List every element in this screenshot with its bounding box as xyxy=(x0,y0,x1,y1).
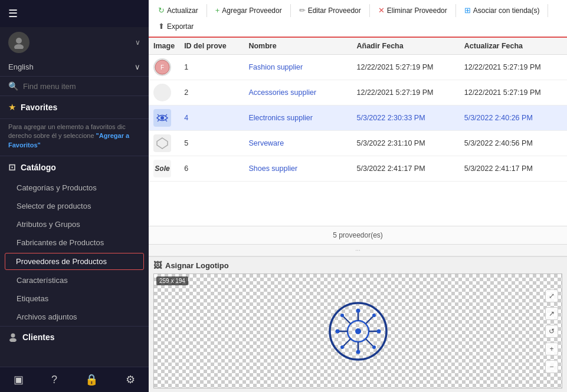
supplier-image xyxy=(149,131,179,156)
search-input[interactable] xyxy=(23,82,140,91)
col-extra xyxy=(340,156,352,182)
settings-icon[interactable]: ⚙ xyxy=(126,373,135,386)
svg-text:F: F xyxy=(160,64,164,71)
sidebar-item-tags[interactable]: Etiquetas xyxy=(0,289,149,308)
logo-canvas[interactable]: 259 x 194 xyxy=(153,274,562,388)
fullscreen-button[interactable]: ⤢ xyxy=(545,289,558,302)
supplier-count: 5 proveedor(es) xyxy=(333,231,383,239)
col-update-date[interactable]: Actualizar Fecha xyxy=(460,38,567,55)
catalog-section: ⊡ Catálogo Categorías y Productos Select… xyxy=(0,156,149,367)
svg-point-26 xyxy=(372,314,376,317)
catalog-label: Catálogo xyxy=(21,163,56,172)
sidebar: ☰ ∨ English ∨ 🔍 ★ Favorites Para agregar… xyxy=(0,0,149,392)
col-id[interactable]: ID del prove xyxy=(179,38,244,55)
edit-supplier-button[interactable]: ✏ Editar Proveedor xyxy=(294,4,366,17)
svg-point-24 xyxy=(340,314,344,317)
table-row[interactable]: 2 Accessories supplier 12/22/2021 5:27:1… xyxy=(149,80,567,106)
supplier-id: 5 xyxy=(179,131,244,156)
svg-point-28 xyxy=(340,345,344,349)
svg-point-30 xyxy=(372,345,376,349)
sidebar-footer: ▣ ? 🔒 ⚙ xyxy=(0,367,149,392)
supplier-name[interactable]: Fashion supplier xyxy=(244,55,340,80)
svg-point-2 xyxy=(11,334,15,338)
sidebar-item-attachments[interactable]: Archivos adjuntos xyxy=(0,308,149,326)
delete-supplier-label: Eliminar Proveedor xyxy=(387,6,447,15)
table-empty-space xyxy=(149,182,567,226)
svg-point-20 xyxy=(335,329,339,333)
history-icon[interactable]: ▣ xyxy=(14,373,24,386)
refresh-button[interactable]: ↻ Actualizar xyxy=(153,4,203,17)
table-row[interactable]: 4 Electronics supplier 5/3/2022 2:30:33 … xyxy=(149,106,567,131)
delete-supplier-button[interactable]: ✕ Eliminar Proveedor xyxy=(373,4,452,17)
clients-label: Clientes xyxy=(22,332,54,342)
supplier-name[interactable]: Shoes supplier xyxy=(244,156,340,182)
supplier-add-date: 5/3/2022 2:41:17 PM xyxy=(352,156,460,182)
sidebar-item-manufacturers[interactable]: Fabricantes de Productos xyxy=(0,233,149,252)
svg-line-10 xyxy=(165,120,167,121)
delete-icon: ✕ xyxy=(378,6,385,15)
supplier-add-date: 5/3/2022 2:31:10 PM xyxy=(352,131,460,156)
favorites-label: Favorites xyxy=(21,103,57,112)
image-icon: 🖼 xyxy=(153,261,162,270)
sidebar-item-categories[interactable]: Categorías y Productos xyxy=(0,179,149,197)
supplier-update-date: 5/3/2022 2:40:56 PM xyxy=(460,131,567,156)
lock-icon[interactable]: 🔒 xyxy=(85,373,98,386)
toolbar-sep-2 xyxy=(290,4,291,17)
zoom-in-button[interactable]: + xyxy=(545,342,558,355)
export-button[interactable]: ⬆ Exportar xyxy=(153,19,198,33)
table-row[interactable]: Sole 6 Shoes supplier 5/3/2022 2:41:17 P… xyxy=(149,156,567,182)
associate-store-label: Asociar con tienda(s) xyxy=(473,6,540,15)
external-link-button[interactable]: ↗ xyxy=(545,307,558,320)
supplier-name[interactable]: Electronics supplier xyxy=(244,106,340,131)
col-image: Image xyxy=(149,38,179,55)
supplier-id: 6 xyxy=(179,156,244,182)
svg-point-0 xyxy=(16,38,22,44)
add-supplier-button[interactable]: + Agregar Proveedor xyxy=(211,4,287,17)
sidebar-item-suppliers[interactable]: Proveedores de Productos xyxy=(5,253,144,270)
svg-line-7 xyxy=(158,114,159,116)
zoom-out-button[interactable]: − xyxy=(545,360,558,373)
supplier-update-date: 12/22/2021 5:27:19 PM xyxy=(460,55,567,80)
user-chevron-icon: ∨ xyxy=(135,38,140,47)
logo-section: 🖼 Asignar Logotipo 259 x 194 xyxy=(149,256,567,392)
logo-size-badge: 259 x 194 xyxy=(156,276,188,285)
svg-line-27 xyxy=(343,339,350,346)
svg-point-3 xyxy=(9,338,17,342)
supplier-name[interactable]: Accessories supplier xyxy=(244,80,340,106)
col-add-date[interactable]: Añadir Fecha xyxy=(352,38,460,55)
toolbar-sep-4 xyxy=(455,4,456,17)
supplier-image xyxy=(149,80,179,106)
help-icon[interactable]: ? xyxy=(51,374,57,386)
hamburger-icon[interactable]: ☰ xyxy=(8,7,18,20)
associate-icon: ⊞ xyxy=(464,6,471,15)
clients-row[interactable]: Clientes xyxy=(0,326,149,348)
supplier-update-date: 12/22/2021 5:27:19 PM xyxy=(460,80,567,106)
add-supplier-label: Agregar Proveedor xyxy=(222,6,281,15)
sidebar-item-attributes[interactable]: Atributos y Grupos xyxy=(0,215,149,233)
supplier-update-date: 5/3/2022 2:40:26 PM xyxy=(460,106,567,131)
toolbar-sep-5 xyxy=(548,4,548,17)
supplier-name[interactable]: Serveware xyxy=(244,131,340,156)
avatar xyxy=(8,32,30,53)
table-row[interactable]: F 1 Fashion supplier 12/22/2021 5:27:19 … xyxy=(149,55,567,80)
supplier-image: F xyxy=(149,55,179,80)
refresh-icon: ↻ xyxy=(158,6,165,15)
table-row[interactable]: 5 Serveware 5/3/2022 2:31:10 PM 5/3/2022… xyxy=(149,131,567,156)
rotate-button[interactable]: ↺ xyxy=(545,325,558,338)
col-name[interactable]: Nombre xyxy=(244,38,340,55)
favorites-hint: Para agregar un elemento a favoritos dic… xyxy=(0,119,149,156)
supplier-img-serveware xyxy=(153,134,171,152)
export-label: Exportar xyxy=(167,22,194,31)
language-selector[interactable]: English ∨ xyxy=(0,58,149,77)
user-row[interactable]: ∨ xyxy=(0,27,149,58)
supplier-add-date: 5/3/2022 2:30:33 PM xyxy=(352,106,460,131)
svg-point-18 xyxy=(356,350,360,354)
edit-icon: ✏ xyxy=(299,6,306,15)
search-row: 🔍 xyxy=(0,77,149,96)
table-header-row: Image ID del prove Nombre Añadir Fecha A… xyxy=(149,38,567,55)
svg-marker-11 xyxy=(157,138,168,149)
associate-store-button[interactable]: ⊞ Asociar con tienda(s) xyxy=(460,4,545,17)
sidebar-item-features[interactable]: Características xyxy=(0,271,149,289)
sidebar-item-selector[interactable]: Selector de productos xyxy=(0,197,149,215)
drag-handle[interactable]: ··· xyxy=(149,244,567,256)
